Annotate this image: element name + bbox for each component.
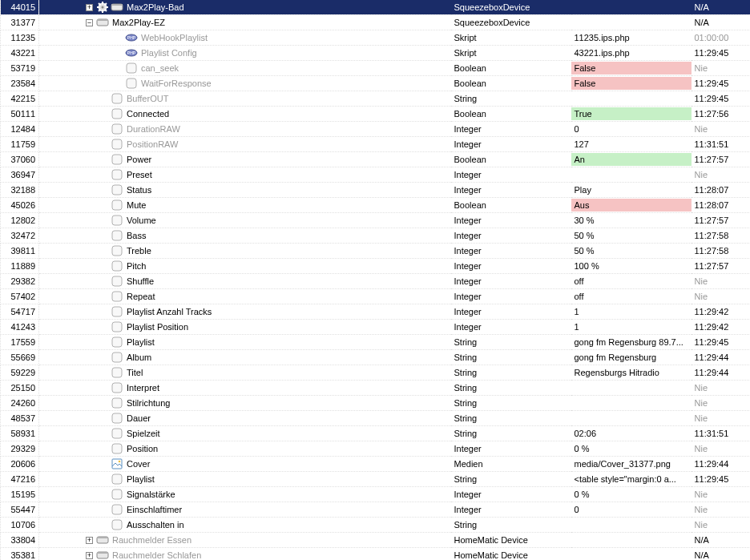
- svg-rect-29: [112, 276, 122, 286]
- object-name-cell[interactable]: Rauchmelder Schlafen: [39, 548, 451, 561]
- object-name-cell[interactable]: Max2Play-Bad: [39, 0, 451, 15]
- svg-rect-18: [112, 109, 122, 119]
- object-name-cell[interactable]: WaitForResponse: [39, 76, 451, 91]
- object-id: 29382: [1, 274, 39, 289]
- table-row[interactable]: 20606CoverMedienmedia/Cover_31377.png11:…: [1, 457, 751, 472]
- table-row[interactable]: 17559PlaylistStringgong fm Regensburg 89…: [1, 335, 751, 350]
- object-name-cell[interactable]: Connected: [39, 107, 451, 122]
- object-name-cell[interactable]: Repeat: [39, 289, 451, 304]
- device-icon: [96, 549, 109, 560]
- object-name: Spielzeit: [127, 429, 160, 438]
- expand-icon[interactable]: [86, 4, 93, 11]
- table-row[interactable]: 15195SignalstärkeInteger0 %Nie: [1, 487, 751, 502]
- object-name-cell[interactable]: DurationRAW: [39, 122, 451, 137]
- table-row[interactable]: 53719can_seekBooleanFalseNie: [1, 61, 751, 76]
- table-row[interactable]: 41243Playlist PositionInteger111:29:42: [1, 320, 751, 335]
- object-name: Max2Play-EZ: [112, 18, 165, 27]
- table-row[interactable]: 57402RepeatIntegeroffNie: [1, 289, 751, 304]
- object-name: Pitch: [127, 261, 146, 271]
- object-value: 127: [571, 137, 692, 152]
- object-type: Boolean: [451, 107, 571, 122]
- object-name-cell[interactable]: PHPPlaylist Config: [39, 46, 451, 61]
- table-row[interactable]: 32188StatusIntegerPlay11:28:07: [1, 183, 751, 198]
- svg-rect-39: [112, 429, 122, 438]
- object-name-cell[interactable]: Playlist Anzahl Tracks: [39, 304, 451, 320]
- table-row[interactable]: 59229TitelStringRegensburgs Hitradio11:2…: [1, 365, 751, 381]
- object-name-cell[interactable]: Status: [39, 183, 451, 198]
- table-row[interactable]: 35381Rauchmelder SchlafenHomeMatic Devic…: [1, 548, 751, 561]
- collapse-icon[interactable]: [86, 19, 93, 26]
- object-name-cell[interactable]: Stilrichtung: [39, 396, 451, 411]
- object-name-cell[interactable]: Spielzeit: [39, 426, 451, 441]
- object-name-cell[interactable]: PHPWebHookPlaylist: [39, 30, 451, 46]
- table-row[interactable]: 45026MuteBooleanAus11:28:07: [1, 198, 751, 213]
- table-row[interactable]: 25150InterpretStringNie: [1, 381, 751, 396]
- table-row[interactable]: 12484DurationRAWInteger0Nie: [1, 122, 751, 137]
- object-name-cell[interactable]: Signalstärke: [39, 487, 451, 502]
- table-row[interactable]: 10706Ausschalten inStringNie: [1, 518, 751, 533]
- object-value: off: [571, 274, 692, 289]
- table-row[interactable]: 11889PitchInteger100 %11:27:57: [1, 259, 751, 274]
- object-name: Status: [127, 185, 151, 195]
- table-row[interactable]: 33804Rauchmelder EssenHomeMatic DeviceN/…: [1, 533, 751, 548]
- expand-icon[interactable]: [86, 552, 93, 559]
- object-name-cell[interactable]: Playlist: [39, 472, 451, 487]
- table-row[interactable]: 43221PHPPlaylist ConfigSkript43221.ips.p…: [1, 46, 751, 61]
- table-row[interactable]: 39811TrebleInteger50 %11:27:58: [1, 244, 751, 259]
- object-name-cell[interactable]: PositionRAW: [39, 137, 451, 152]
- table-row[interactable]: 36947PresetIntegerNie: [1, 167, 751, 183]
- table-row[interactable]: 11235PHPWebHookPlaylistSkript11235.ips.p…: [1, 30, 751, 46]
- table-row[interactable]: 29329PositionInteger0 %Nie: [1, 441, 751, 457]
- object-name-cell[interactable]: Treble: [39, 244, 451, 259]
- svg-rect-40: [112, 444, 122, 453]
- table-row[interactable]: 54717Playlist Anzahl TracksInteger111:29…: [1, 304, 751, 320]
- object-value: 1: [571, 304, 692, 320]
- object-name: Shuffle: [127, 276, 154, 286]
- object-name-cell[interactable]: Ausschalten in: [39, 518, 451, 533]
- table-row[interactable]: 55447EinschlaftimerInteger0Nie: [1, 502, 751, 518]
- object-name-cell[interactable]: Shuffle: [39, 274, 451, 289]
- object-name-cell[interactable]: can_seek: [39, 61, 451, 76]
- object-name-cell[interactable]: Dauer: [39, 411, 451, 426]
- expand-icon[interactable]: [86, 537, 93, 544]
- object-name-cell[interactable]: Playlist Position: [39, 320, 451, 335]
- table-row[interactable]: 44015Max2Play-BadSqueezeboxDeviceN/A: [1, 0, 751, 15]
- table-row[interactable]: 11759PositionRAWInteger12711:31:51: [1, 137, 751, 152]
- object-name-cell[interactable]: Interpret: [39, 381, 451, 396]
- table-row[interactable]: 32472BassInteger50 %11:27:58: [1, 228, 751, 244]
- object-name-cell[interactable]: Bass: [39, 228, 451, 244]
- object-name-cell[interactable]: Rauchmelder Essen: [39, 533, 451, 548]
- object-value: 0 %: [571, 487, 692, 502]
- table-row[interactable]: 12802VolumeInteger30 %11:27:57: [1, 213, 751, 228]
- object-id: 32188: [1, 183, 39, 198]
- table-row[interactable]: 55669AlbumStringgong fm Regensburg11:29:…: [1, 350, 751, 365]
- table-row[interactable]: 48537DauerStringNie: [1, 411, 751, 426]
- object-name-cell[interactable]: Einschlaftimer: [39, 502, 451, 518]
- object-name-cell[interactable]: Power: [39, 152, 451, 167]
- table-row[interactable]: 58931SpielzeitString02:0611:31:51: [1, 426, 751, 441]
- object-name-cell[interactable]: Album: [39, 350, 451, 365]
- table-row[interactable]: 29382ShuffleIntegeroffNie: [1, 274, 751, 289]
- table-row[interactable]: 23584WaitForResponseBooleanFalse11:29:45: [1, 76, 751, 91]
- table-row[interactable]: 37060PowerBooleanAn11:27:57: [1, 152, 751, 167]
- object-name-cell[interactable]: Pitch: [39, 259, 451, 274]
- table-row[interactable]: 24260StilrichtungStringNie: [1, 396, 751, 411]
- table-row[interactable]: 31377Max2Play-EZSqueezeboxDeviceN/A: [1, 15, 751, 30]
- object-name-cell[interactable]: Volume: [39, 213, 451, 228]
- table-row[interactable]: 42215BufferOUTString11:29:45: [1, 91, 751, 107]
- object-name-cell[interactable]: BufferOUT: [39, 91, 451, 107]
- object-name-cell[interactable]: Position: [39, 441, 451, 457]
- object-name-cell[interactable]: Playlist: [39, 335, 451, 350]
- table-row[interactable]: 47216PlaylistString<table style="margin:…: [1, 472, 751, 487]
- object-name-cell[interactable]: Cover: [39, 457, 451, 472]
- object-value: False: [571, 61, 692, 76]
- object-id: 15195: [1, 487, 39, 502]
- svg-rect-31: [112, 307, 122, 316]
- object-name: Preset: [127, 170, 152, 179]
- object-name-cell[interactable]: Titel: [39, 365, 451, 381]
- object-type: Integer: [451, 274, 571, 289]
- object-name-cell[interactable]: Preset: [39, 167, 451, 183]
- object-name-cell[interactable]: Max2Play-EZ: [39, 15, 451, 30]
- object-name-cell[interactable]: Mute: [39, 198, 451, 213]
- table-row[interactable]: 50111ConnectedBooleanTrue11:27:56: [1, 107, 751, 122]
